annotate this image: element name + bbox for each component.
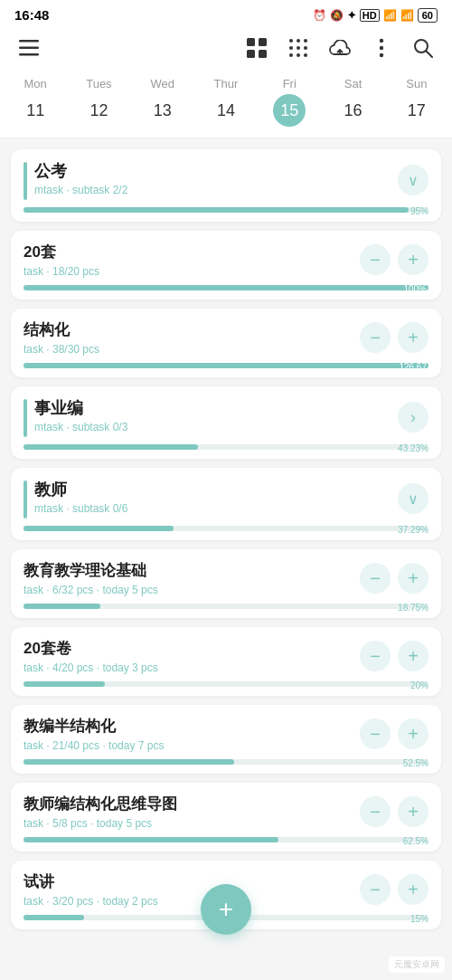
more-button[interactable] xyxy=(367,33,396,62)
task-progress-bar: 62.5% xyxy=(24,837,428,842)
progress-label: 62.5% xyxy=(403,836,428,846)
group-subtitle: mtask · subtask 2/2 xyxy=(34,184,127,196)
increment-button[interactable]: + xyxy=(398,563,428,594)
battery-icon: 60 xyxy=(418,8,438,23)
signal-icon: 📶 xyxy=(383,9,397,22)
decrement-button[interactable]: − xyxy=(360,641,391,671)
svg-point-14 xyxy=(297,53,300,57)
svg-rect-1 xyxy=(19,47,39,50)
day-name: Wed xyxy=(150,77,174,90)
progress-fill xyxy=(24,363,428,368)
day-col-sat[interactable]: Sat 16 xyxy=(326,77,381,127)
svg-point-15 xyxy=(304,53,307,57)
svg-rect-2 xyxy=(19,53,39,56)
increment-button[interactable]: + xyxy=(398,718,428,749)
task-title: 20套卷 xyxy=(24,638,158,659)
svg-point-12 xyxy=(304,46,307,50)
svg-rect-5 xyxy=(247,50,255,58)
task-subtitle: task · 4/20 pcs · today 3 pcs xyxy=(24,661,158,674)
svg-rect-4 xyxy=(259,38,267,46)
decrement-button[interactable]: − xyxy=(360,244,391,275)
content-area: 公考 mtask · subtask 2/2 ∨ 95% 20套 task · … xyxy=(0,138,452,980)
accent-bar xyxy=(24,162,27,200)
group-title: 教师 xyxy=(34,479,127,500)
svg-rect-6 xyxy=(259,50,267,58)
svg-point-9 xyxy=(304,39,307,43)
decrement-button[interactable]: − xyxy=(360,796,391,827)
progress-fill xyxy=(24,915,84,920)
group-shiyebian: 事业编 mtask · subtask 0/3 › 43.23% xyxy=(11,386,441,459)
task-jiaosijiegou: 教师编结构化思维导图 task · 5/8 pcs · today 5 pcs … xyxy=(11,783,441,852)
cloud-button[interactable] xyxy=(325,33,354,62)
group-subtitle: mtask · subtask 0/3 xyxy=(34,421,127,433)
task-title: 教师编结构化思维导图 xyxy=(24,794,177,814)
menu-button[interactable] xyxy=(14,33,43,62)
progress-label: 43.23% xyxy=(398,443,428,453)
progress-label: 52.5% xyxy=(403,758,428,768)
day-name: Sun xyxy=(406,77,427,90)
group-title: 事业编 xyxy=(34,397,127,419)
decrement-button[interactable]: − xyxy=(360,322,391,353)
day-name: Sat xyxy=(344,77,363,90)
day-col-tue[interactable]: Tues 12 xyxy=(71,77,126,127)
search-button[interactable] xyxy=(409,33,438,62)
increment-button[interactable]: + xyxy=(398,641,428,671)
svg-point-16 xyxy=(380,39,383,43)
task-title: 试讲 xyxy=(24,871,158,892)
increment-button[interactable]: + xyxy=(398,796,428,827)
task-title: 结构化 xyxy=(24,319,99,340)
progress-fill xyxy=(24,526,174,531)
group-progress-bar: 43.23% xyxy=(24,444,428,450)
task-controls: − + xyxy=(360,874,428,905)
group-expand-button[interactable]: ∨ xyxy=(398,165,428,195)
task-title: 教编半结构化 xyxy=(24,716,164,737)
svg-point-18 xyxy=(380,53,383,57)
task-subtitle: task · 38/30 pcs xyxy=(24,343,99,356)
status-icons: ⏰ 🔕 ✦ HD 📶 📶 60 xyxy=(313,8,438,23)
alarm-icon: ⏰ xyxy=(313,9,326,22)
day-name: Fri xyxy=(283,77,297,90)
task-jiaoyu: 教育教学理论基础 task · 6/32 pcs · today 5 pcs −… xyxy=(11,549,441,618)
task-progress-bar: 20% xyxy=(24,681,428,687)
task-progress-bar: 100% xyxy=(24,285,428,290)
group-title: 公考 xyxy=(34,160,127,182)
increment-button[interactable]: + xyxy=(398,244,428,275)
group-expand-button[interactable]: ∨ xyxy=(398,483,428,514)
task-title: 教育教学理论基础 xyxy=(24,560,158,581)
bluetooth-icon: ✦ xyxy=(347,9,356,22)
silent-icon: 🔕 xyxy=(330,9,344,22)
decrement-button[interactable]: − xyxy=(360,563,391,594)
svg-rect-3 xyxy=(247,38,255,46)
day-col-wed[interactable]: Wed 13 xyxy=(136,77,190,127)
accent-bar xyxy=(24,399,27,437)
day-col-fri[interactable]: Fri 15 xyxy=(262,77,316,127)
add-task-fab[interactable]: + xyxy=(201,884,251,935)
svg-point-8 xyxy=(297,39,300,43)
task-subtitle: task · 18/20 pcs xyxy=(24,265,99,278)
today-label: today 5 pcs xyxy=(97,817,152,830)
decrement-button[interactable]: − xyxy=(360,874,391,905)
day-col-thu[interactable]: Thur 14 xyxy=(199,77,253,127)
progress-label: 37.29% xyxy=(398,525,428,535)
grid-view-button[interactable] xyxy=(242,33,271,62)
hd-icon: HD xyxy=(360,9,380,22)
progress-fill xyxy=(24,759,234,765)
dot-grid-button[interactable] xyxy=(284,33,313,62)
progress-label: 95% xyxy=(410,206,428,216)
task-jiaobanjiegou: 教编半结构化 task · 21/40 pcs · today 7 pcs − … xyxy=(11,705,441,774)
group-progress-bar: 37.29% xyxy=(24,526,428,531)
day-col-sun[interactable]: Sun 17 xyxy=(390,77,444,127)
group-expand-button[interactable]: › xyxy=(398,402,428,433)
progress-label: 15% xyxy=(410,914,428,924)
increment-button[interactable]: + xyxy=(398,322,428,353)
task-subtitle: task · 3/20 pcs · today 2 pcs xyxy=(24,895,158,908)
progress-fill xyxy=(24,681,105,687)
task-progress-bar: 126.67 xyxy=(24,363,428,368)
svg-rect-0 xyxy=(19,40,39,43)
decrement-button[interactable]: − xyxy=(360,718,391,749)
increment-button[interactable]: + xyxy=(398,874,428,905)
svg-line-20 xyxy=(427,52,433,58)
day-col-mon[interactable]: Mon 11 xyxy=(8,77,62,127)
today-label: today 7 pcs xyxy=(108,739,164,752)
task-controls: − + xyxy=(360,563,428,594)
